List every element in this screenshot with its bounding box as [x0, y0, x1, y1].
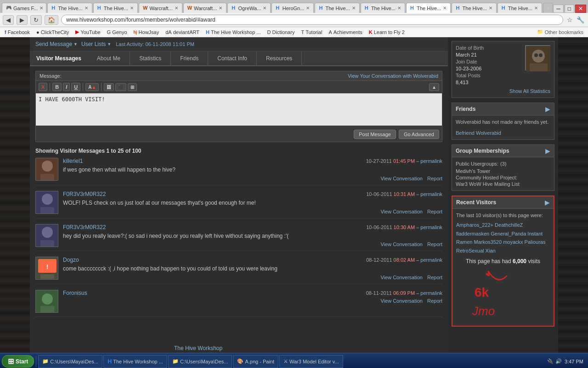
bookmark-genyo[interactable]: G Genyo — [105, 29, 129, 35]
post-message-button[interactable]: Post Message — [354, 130, 396, 139]
friends-widget-icon[interactable]: ▶ — [545, 105, 550, 113]
maximize-button[interactable]: □ — [565, 5, 574, 13]
visitor-markos[interactable]: Markos3520 — [474, 239, 502, 245]
other-bookmarks[interactable]: 📁 Other bookmarks — [535, 29, 585, 35]
tab-wc1[interactable]: W Warcraft... ✕ — [139, 3, 182, 13]
start-button[interactable]: ⊞ Start — [2, 355, 34, 368]
taskbar-btn-explorer1[interactable]: 📁 C:\Users\Maya\Des... — [38, 355, 102, 368]
vm-user-4[interactable]: Dogzo — [63, 257, 79, 263]
bookmark-dictionary[interactable]: D Dictionary — [266, 29, 297, 35]
bookmark-clickthecity[interactable]: ● ClickTheCity — [34, 29, 71, 35]
tab-hive4[interactable]: H The Hive... ✕ — [361, 3, 405, 13]
toolbar-link-button[interactable]: ⬛ — [115, 83, 126, 91]
tab-close-hive4[interactable]: ✕ — [397, 6, 401, 11]
recent-visitors-icon[interactable]: ▶ — [545, 199, 550, 206]
vm-view-conv-1[interactable]: View Conversation — [380, 176, 423, 181]
tab-wc2[interactable]: W Warcraft... ✕ — [183, 3, 227, 13]
visitor-messages-tab[interactable]: Visitor Messages — [30, 52, 88, 65]
vm-user-5[interactable]: Foronisus — [63, 290, 87, 296]
vm-report-3[interactable]: Report — [427, 242, 442, 247]
url-bar[interactable] — [61, 15, 563, 25]
bookmark-howjsay[interactable]: hj HowJsay — [132, 29, 161, 35]
visitor-paliouras[interactable]: Paliouras — [525, 239, 546, 245]
forward-button[interactable]: ▶ — [17, 15, 28, 25]
tab-ogre[interactable]: H OgreWa... ✕ — [227, 3, 271, 13]
tab-hive2[interactable]: H The Hive... ✕ — [93, 3, 138, 13]
tab-close-hive5[interactable]: ✕ — [489, 6, 492, 11]
tab-hive3[interactable]: H The Hive... ✕ — [315, 3, 359, 13]
groups-widget-icon[interactable]: ▶ — [545, 147, 550, 155]
tab-hive-active[interactable]: H The Hive... ✕ — [406, 3, 451, 13]
vm-view-conv-3[interactable]: View Conversation — [380, 242, 423, 247]
tab-close-hive6[interactable]: ✕ — [534, 6, 538, 11]
vm-view-conv-4[interactable]: View Conversation — [380, 275, 423, 280]
tab-close-wc1[interactable]: ✕ — [175, 6, 178, 11]
bookmark-star-icon[interactable]: ☆ — [566, 15, 574, 24]
vm-report-4[interactable]: Report — [427, 275, 442, 280]
toolbar-bold-button[interactable]: B — [52, 83, 62, 91]
visitor-instant[interactable]: Instant — [527, 231, 543, 236]
reload-button[interactable]: ↻ — [30, 15, 42, 25]
vm-view-conv-2[interactable]: View Conversation — [380, 209, 423, 214]
bookmark-tutorial[interactable]: T Tutorial — [299, 29, 324, 35]
tab-hive5[interactable]: H The Hive... ✕ — [452, 3, 496, 13]
user-lists-button[interactable]: User Lists ▼ — [81, 41, 111, 47]
taskbar-btn-explorer2[interactable]: 📁 C:\Users\Maya\Des... — [168, 355, 232, 368]
visitor-moyackx[interactable]: moyackx — [503, 239, 523, 245]
taskbar-btn-paint[interactable]: 🎨 A.png - Paint — [233, 355, 278, 368]
vm-user-3[interactable]: F0R3V3rM0R322 — [63, 224, 106, 230]
resources-tab[interactable]: Resources — [257, 52, 302, 65]
vm-report-2[interactable]: Report — [427, 209, 442, 214]
bookmark-facebook[interactable]: f Facebook — [3, 29, 32, 35]
visitor-ramen[interactable]: Ramen — [456, 239, 472, 245]
toolbar-scroll-button[interactable]: ▲ — [429, 83, 439, 91]
tab-close-ogre[interactable]: ✕ — [263, 6, 266, 11]
back-button[interactable]: ◀ — [3, 15, 14, 25]
bookmark-hiveworkshop[interactable]: H The Hive Workshop ... — [204, 29, 263, 35]
tab-close-hive2[interactable]: ✕ — [130, 6, 134, 11]
bookmark-achievements[interactable]: A Achievments — [327, 29, 364, 35]
view-conversation-link[interactable]: View Your Conversation with Wolverabid — [348, 73, 438, 79]
contact-info-tab[interactable]: Contact Info — [208, 52, 257, 65]
tab-hive6[interactable]: H The Hive... ✕ — [498, 3, 542, 13]
new-tab-button[interactable]: + — [543, 3, 553, 13]
friends-tab[interactable]: Friends — [171, 52, 208, 65]
toolbar-x-button[interactable]: X — [39, 83, 47, 91]
vm-permalink-5[interactable]: permalink — [420, 290, 442, 296]
visitor-ampharos[interactable]: Ampharos_222+ — [456, 222, 493, 228]
tab-close-hive-active[interactable]: ✕ — [443, 6, 447, 11]
vm-view-conv-5[interactable]: View Conversation — [380, 298, 423, 304]
show-all-stats-link[interactable]: Show All Statistics — [456, 88, 550, 94]
visitor-xian[interactable]: Xian — [486, 248, 496, 253]
taskbar-btn-war3editor[interactable]: ⚔ War3 Model Editor v... — [279, 355, 343, 368]
toolbar-italic-button[interactable]: I — [63, 83, 70, 91]
vm-report-1[interactable]: Report — [427, 176, 442, 181]
home-button[interactable]: 🏠 — [45, 15, 58, 25]
toolbar-underline-button[interactable]: U — [71, 83, 80, 91]
bookmark-learn-to-fly[interactable]: K Learn to Fly 2 — [367, 29, 407, 35]
vm-permalink-1[interactable]: permalink — [420, 158, 442, 164]
bookmark-youtube[interactable]: ▶ YouTube — [74, 29, 102, 35]
visitor-fladdermasken[interactable]: fladdermasken — [456, 231, 489, 236]
send-message-button[interactable]: Send Message ▼ — [35, 41, 78, 47]
tab-close-games[interactable]: ✕ — [40, 6, 43, 11]
toolbar-image-button[interactable]: 🖼 — [104, 83, 114, 91]
tab-hive1[interactable]: H The Hive... ✕ — [47, 3, 92, 13]
go-advanced-button[interactable]: Go Advanced — [399, 130, 439, 139]
taskbar-btn-hiveworkshop[interactable]: H The Hive Workshop ... — [103, 355, 167, 368]
befriend-link[interactable]: Befriend Wolverabid — [456, 130, 501, 136]
tab-close-wc2[interactable]: ✕ — [219, 6, 222, 11]
tab-hero[interactable]: H HeroGn... ✕ — [271, 3, 314, 13]
bookmark-deviantart[interactable]: dA deviantART — [164, 29, 201, 35]
message-textarea[interactable]: I HAVE 6000TH VISIT! — [36, 93, 442, 126]
toolbar-table-button[interactable]: ⊞ — [128, 83, 137, 91]
tab-close-hive1[interactable]: ✕ — [85, 6, 88, 11]
vm-permalink-4[interactable]: permalink — [420, 257, 442, 263]
minimize-button[interactable]: ─ — [553, 5, 564, 13]
vm-user-2[interactable]: F0R3V3rM0R322 — [63, 191, 106, 197]
visitor-retro[interactable]: RetroSexual — [456, 248, 484, 253]
vm-user-1[interactable]: killeriel1 — [63, 158, 83, 164]
visitor-general-panda[interactable]: General_Panda — [491, 231, 526, 236]
vm-permalink-3[interactable]: permalink — [420, 224, 442, 230]
toolbar-fontcolor-button[interactable]: A▲ — [85, 83, 99, 91]
